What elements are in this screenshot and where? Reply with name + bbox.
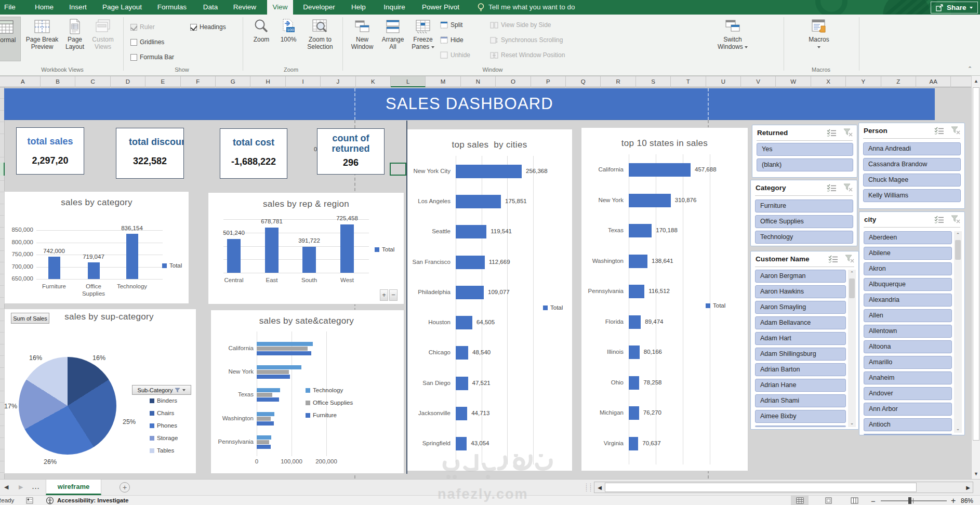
slicer-category-item-technology[interactable]: Technology xyxy=(755,231,853,244)
chart-rep-collapse-button[interactable]: − xyxy=(389,289,398,301)
scroll-left-arrow[interactable]: ◀ xyxy=(596,484,603,491)
ribbon-tab-data[interactable]: Data xyxy=(198,0,222,15)
slicer-city-item-allen[interactable]: Allen xyxy=(864,309,952,322)
column-header-Z[interactable]: Z xyxy=(881,76,916,87)
slicer-category-item-furniture[interactable]: Furniture xyxy=(755,200,853,212)
column-header-M[interactable]: M xyxy=(426,76,460,87)
slicer-customer-item-adrian-shami[interactable]: Adrian Shami xyxy=(755,394,846,407)
sheet-nav-left-arrow[interactable]: ◀ xyxy=(4,484,8,490)
slicer-scroll-up-icon[interactable]: ⌃ xyxy=(848,270,856,277)
chart-rep-expand-button[interactable]: + xyxy=(380,289,388,301)
unhide-button[interactable]: Unhide xyxy=(440,51,470,59)
slicer-city-item-alexandria[interactable]: Alexandria xyxy=(864,294,952,307)
arrange-all-button[interactable]: Arrange All xyxy=(379,17,407,61)
zoom-to-selection-button[interactable]: Zoom to Selection xyxy=(301,17,339,61)
zoom-percentage[interactable]: 86% xyxy=(961,497,973,504)
tab-scrollbar-splitter[interactable]: ⋮⋮⋮⋮ xyxy=(584,483,592,491)
slicer-multiselect-icon[interactable] xyxy=(828,255,839,263)
ribbon-tab-help[interactable]: Help xyxy=(347,0,370,15)
slicer-customer-item-aaron-hawkins[interactable]: Aaron Hawkins xyxy=(755,285,846,298)
slicer-scroll-down-icon[interactable]: ⌄ xyxy=(848,419,856,427)
slicer-multiselect-icon[interactable] xyxy=(934,126,945,135)
column-header-O[interactable]: O xyxy=(496,76,531,87)
slicer-person-item-anna-andreadi[interactable]: Anna Andreadi xyxy=(863,142,961,155)
gridlines-checkbox-row[interactable]: Gridlines xyxy=(130,38,164,46)
column-header-E[interactable]: E xyxy=(145,76,180,87)
scroll-up-arrow[interactable]: ▲ xyxy=(972,76,980,86)
collapse-ribbon-icon[interactable]: ⌃ xyxy=(968,65,972,72)
sheet-tabs-overflow[interactable]: ... xyxy=(32,484,40,490)
slicer-category-item-office-supplies[interactable]: Office Supplies xyxy=(755,215,853,228)
zoom-button[interactable]: Zoom xyxy=(248,17,274,61)
column-header-P[interactable]: P xyxy=(531,76,566,87)
normal-view-button[interactable]: Normal xyxy=(0,17,21,61)
slicer-city-item-amarillo[interactable]: Amarillo xyxy=(864,356,952,369)
column-header-N[interactable]: N xyxy=(461,76,496,87)
zoom-slider-track[interactable] xyxy=(881,500,947,501)
column-header-W[interactable]: W xyxy=(776,76,811,87)
slicer-customer-item-adam-hart[interactable]: Adam Hart xyxy=(755,332,846,345)
gridlines-checkbox[interactable] xyxy=(130,39,137,46)
column-header-F[interactable]: F xyxy=(181,76,216,87)
slicer-person-item-chuck-magee[interactable]: Chuck Magee xyxy=(863,174,961,187)
ribbon-tab-home[interactable]: Home xyxy=(31,0,57,15)
slicer-customer-scrollbar[interactable]: ⌃ ⌄ xyxy=(848,270,856,427)
horizontal-scrollbar-thumb[interactable] xyxy=(605,483,917,492)
macros-button[interactable]: Macros xyxy=(803,17,835,61)
formula-bar-checkbox[interactable] xyxy=(130,54,137,61)
slicer-customer-item-aaron-smayling[interactable]: Aaron Smayling xyxy=(755,301,846,314)
synchronous-scrolling-button[interactable]: Synchronous Scrolling xyxy=(490,36,563,44)
slicer-city-item-andover[interactable]: Andover xyxy=(864,387,952,400)
scroll-down-arrow[interactable]: ▼ xyxy=(972,469,980,479)
slicer-scrollbar-thumb[interactable] xyxy=(955,240,961,260)
column-header-R[interactable]: R xyxy=(601,76,635,87)
ribbon-tab-formulas[interactable]: Formulas xyxy=(153,0,191,15)
slicer-city-item-anaheim[interactable]: Anaheim xyxy=(864,371,952,384)
ribbon-tab-insert[interactable]: Insert xyxy=(67,0,89,15)
slicer-scroll-up-icon[interactable]: ⌃ xyxy=(954,231,962,239)
new-window-button[interactable]: New Window xyxy=(348,17,376,61)
slicer-clear-filter-icon[interactable] xyxy=(843,183,853,192)
slicer-clear-filter-icon[interactable] xyxy=(951,215,960,223)
column-header-S[interactable]: S xyxy=(636,76,671,87)
ribbon-tab-developer[interactable]: Developer xyxy=(299,0,339,15)
column-header-A[interactable]: A xyxy=(6,76,41,87)
slicer-multiselect-icon[interactable] xyxy=(827,128,837,137)
new-sheet-button[interactable]: + xyxy=(120,482,130,493)
pie-field-button[interactable]: Sum of Sales xyxy=(11,313,49,324)
column-header-G[interactable]: G xyxy=(216,76,250,87)
slicer-scrollbar-thumb[interactable] xyxy=(849,278,855,298)
reset-window-position-button[interactable]: Reset Window Position xyxy=(490,51,565,59)
column-header-X[interactable]: X xyxy=(811,76,846,87)
slicer-city-scrollbar[interactable]: ⌃ ⌄ xyxy=(954,231,962,433)
slicer-city-item-akron[interactable]: Akron xyxy=(864,262,952,275)
accessibility-icon[interactable] xyxy=(46,497,54,504)
ruler-checkbox-row[interactable]: Ruler xyxy=(130,23,155,31)
slicer-customer-item-aaron-bergman[interactable]: Aaron Bergman xyxy=(755,270,846,283)
accessibility-status[interactable]: Accessibility: Investigate xyxy=(57,497,128,503)
slicer-multiselect-icon[interactable] xyxy=(934,215,945,223)
ribbon-tab-inquire[interactable]: Inquire xyxy=(380,0,409,15)
column-header-B[interactable]: B xyxy=(41,76,75,87)
column-header-D[interactable]: D xyxy=(111,76,145,87)
slicer-clear-filter-icon[interactable] xyxy=(951,126,960,135)
headings-checkbox-row[interactable]: Headings xyxy=(190,23,226,31)
share-button[interactable]: Share xyxy=(931,2,978,14)
slicer-person-item-cassandra-brandow[interactable]: Cassandra Brandow xyxy=(863,158,961,171)
normal-view-status-button[interactable] xyxy=(791,496,809,505)
vertical-scrollbar[interactable]: ▲ ▼ xyxy=(971,76,980,479)
slicer-city-item-abilene[interactable]: Abilene xyxy=(864,247,952,260)
slicer-customer-item-adrian-barton[interactable]: Adrian Barton xyxy=(755,363,846,376)
split-button[interactable]: Split xyxy=(440,21,462,29)
column-header-J[interactable]: J xyxy=(321,76,355,87)
view-side-by-side-button[interactable]: View Side by Side xyxy=(490,21,551,29)
zoom-slider-thumb[interactable] xyxy=(908,497,911,504)
slicer-city-item-aberdeen[interactable]: Aberdeen xyxy=(864,231,952,244)
zoom-in-button[interactable]: + xyxy=(951,496,956,505)
pie-filter-button[interactable]: Sub-Category xyxy=(132,385,191,395)
slicer-customer-item-adam-bellavance[interactable]: Adam Bellavance xyxy=(755,316,846,329)
ribbon-tab-power-pivot[interactable]: Power Pivot xyxy=(417,0,464,15)
page-break-status-button[interactable] xyxy=(845,496,863,505)
column-header-V[interactable]: V xyxy=(741,76,776,87)
slicer-returned-item--blank-[interactable]: (blank) xyxy=(757,158,853,171)
